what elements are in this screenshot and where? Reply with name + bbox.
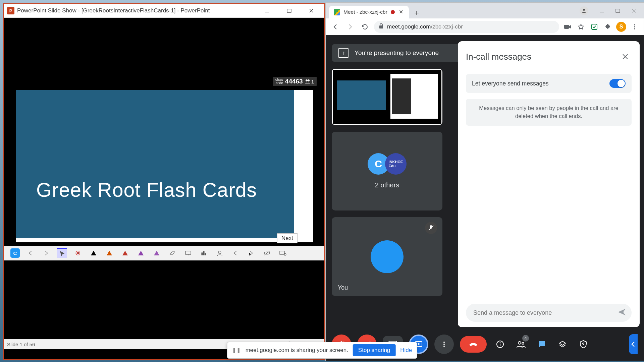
screen-share-thumbnail xyxy=(333,70,441,124)
slide-letterbox-bottom xyxy=(4,260,324,339)
tab-title: Meet - zbc-xzxj-cbr xyxy=(343,9,387,15)
people-icon xyxy=(305,79,310,84)
svg-point-13 xyxy=(218,251,221,254)
eraser-tool[interactable] xyxy=(167,248,177,258)
camera-permission-icon[interactable] xyxy=(562,22,573,32)
people-count-badge: 4 xyxy=(522,335,529,342)
svg-point-51 xyxy=(522,342,524,344)
cursor-tool[interactable] xyxy=(57,248,67,258)
activities-button[interactable] xyxy=(555,337,570,352)
hide-toolbar-button[interactable] xyxy=(262,248,272,258)
people-panel-button[interactable]: 4 xyxy=(514,337,528,352)
svg-point-52 xyxy=(583,343,584,344)
laser-pointer-tool[interactable] xyxy=(73,248,83,258)
svg-rect-8 xyxy=(185,251,191,254)
classpoint-logo-icon[interactable]: C xyxy=(10,248,20,258)
chrome-menu-button[interactable] xyxy=(630,22,640,32)
chrome-minimize-button[interactable] xyxy=(594,5,609,16)
url-text: meet.google.com/zbc-xzxj-cbr xyxy=(387,23,463,30)
pen-orange-tool[interactable] xyxy=(104,248,114,258)
back-button[interactable] xyxy=(330,21,341,33)
reload-button[interactable] xyxy=(359,21,371,33)
tab-close-button[interactable]: ✕ xyxy=(398,9,404,15)
chat-permission-toggle-row: Let everyone send messages xyxy=(466,74,632,93)
screen-share-tile[interactable] xyxy=(332,69,442,125)
powerpoint-title: PowerPoint Slide Show - [GreekRootsInter… xyxy=(17,7,255,14)
side-panel-expand-button[interactable] xyxy=(629,334,638,354)
current-slide[interactable]: Greek Root Flash Cards xyxy=(16,90,294,238)
powerpoint-window: P PowerPoint Slide Show - [GreekRootsInt… xyxy=(3,3,325,360)
prev-slide-button[interactable] xyxy=(25,248,36,258)
slide-area: Greek Root Flash Cards xyxy=(4,90,324,246)
screen-share-toast: ❚❚ meet.google.com is sharing your scree… xyxy=(227,342,417,359)
pause-share-icon[interactable]: ❚❚ xyxy=(232,347,241,353)
toolbar-back-button[interactable] xyxy=(230,248,240,258)
participants-tile[interactable]: C INKHOEEdu 2 others xyxy=(332,132,442,210)
hide-toast-button[interactable]: Hide xyxy=(400,347,412,354)
extension-green-icon[interactable] xyxy=(589,22,599,32)
svg-point-24 xyxy=(583,9,585,11)
recording-indicator-icon xyxy=(391,10,395,14)
pen-black-tool[interactable] xyxy=(89,248,99,258)
slide-counter: Slide 1 of 56 xyxy=(7,342,35,347)
video-tiles: C INKHOEEdu 2 others You xyxy=(332,69,442,296)
chat-panel-title: In-call messages xyxy=(466,52,531,62)
address-bar[interactable]: meet.google.com/zbc-xzxj-cbr xyxy=(374,21,559,33)
minimize-button[interactable] xyxy=(257,4,277,18)
svg-point-49 xyxy=(500,342,501,343)
svg-rect-26 xyxy=(616,9,620,12)
chat-close-button[interactable] xyxy=(619,50,632,63)
svg-point-44 xyxy=(443,342,445,343)
maximize-button[interactable] xyxy=(279,4,299,18)
slide-letterbox-top: class code 44463 1 xyxy=(4,18,324,90)
mic-muted-icon xyxy=(425,222,437,234)
self-label: You xyxy=(338,284,348,291)
pen-purple-tool[interactable] xyxy=(136,248,146,258)
svg-point-46 xyxy=(443,346,445,347)
chat-input[interactable] xyxy=(473,309,613,316)
extensions-puzzle-icon[interactable] xyxy=(603,22,613,32)
svg-rect-15 xyxy=(280,251,284,254)
host-controls-button[interactable] xyxy=(576,337,591,352)
embed-tool[interactable] xyxy=(278,248,288,258)
presenter-toolbar: Next C xyxy=(4,246,324,260)
whiteboard-tool[interactable] xyxy=(183,248,193,258)
class-people-count: 1 xyxy=(305,79,314,84)
svg-rect-1 xyxy=(287,9,291,12)
svg-point-6 xyxy=(77,252,79,254)
self-tile[interactable]: You xyxy=(332,217,442,296)
next-tooltip: Next xyxy=(277,233,298,243)
more-options-button[interactable] xyxy=(434,335,454,354)
forward-button[interactable] xyxy=(344,21,356,33)
chat-permission-toggle[interactable] xyxy=(609,79,626,88)
presenting-text: You're presenting to everyone xyxy=(355,49,439,57)
browser-tab-meet[interactable]: Meet - zbc-xzxj-cbr ✕ xyxy=(329,6,409,18)
meeting-info-button[interactable] xyxy=(493,337,507,352)
pen-red-tool[interactable] xyxy=(120,248,130,258)
svg-point-4 xyxy=(306,79,308,81)
poll-tool[interactable] xyxy=(199,248,209,258)
chrome-maximize-button[interactable] xyxy=(610,5,626,16)
leave-call-button[interactable] xyxy=(460,336,487,353)
new-tab-button[interactable]: ＋ xyxy=(411,7,422,18)
svg-point-34 xyxy=(634,28,635,29)
close-button[interactable] xyxy=(302,4,321,18)
svg-rect-12 xyxy=(205,253,206,255)
next-slide-button[interactable] xyxy=(41,248,51,258)
lock-icon xyxy=(379,23,384,31)
send-message-button[interactable] xyxy=(618,308,626,317)
toolbar-forward-button[interactable] xyxy=(246,248,256,258)
bookmark-star-icon[interactable] xyxy=(576,22,586,32)
chat-panel-button[interactable] xyxy=(534,337,549,352)
powerpoint-titlebar[interactable]: P PowerPoint Slide Show - [GreekRootsInt… xyxy=(4,4,324,18)
meet-stage: ↑ You're presenting to everyone C INKHOE… xyxy=(326,35,644,361)
chrome-close-button[interactable] xyxy=(626,5,642,16)
chrome-tabstrip: Meet - zbc-xzxj-cbr ✕ ＋ xyxy=(326,3,644,18)
stop-sharing-button[interactable]: Stop sharing xyxy=(353,344,395,356)
profile-switcher-icon[interactable] xyxy=(580,6,588,15)
svg-point-45 xyxy=(443,344,445,345)
profile-avatar[interactable]: S xyxy=(616,22,626,32)
highlighter-tool[interactable] xyxy=(152,248,162,258)
google-meet-icon xyxy=(334,9,340,15)
pick-name-tool[interactable] xyxy=(215,248,225,258)
